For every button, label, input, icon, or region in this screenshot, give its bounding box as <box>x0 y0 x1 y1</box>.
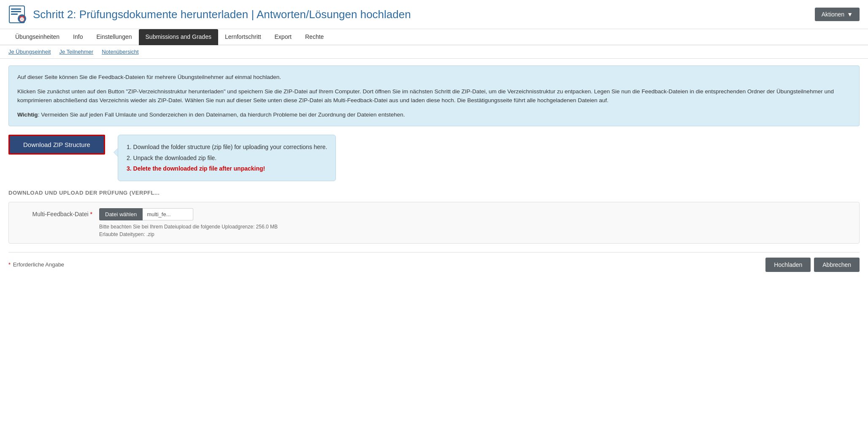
tab-einstellungen[interactable]: Einstellungen <box>89 29 138 45</box>
download-section: Download ZIP Structure 1. Download the f… <box>8 135 860 181</box>
tab-submissions[interactable]: Submissions and Grades <box>139 29 218 45</box>
tab-info[interactable]: Info <box>66 29 89 45</box>
tab-rechte[interactable]: Rechte <box>298 29 330 45</box>
info-box: Auf dieser Seite können Sie die Feedback… <box>8 65 860 126</box>
aktionen-button[interactable]: Aktionen ▼ <box>815 8 860 21</box>
required-note: * Erforderliche Angabe <box>8 261 64 268</box>
page-icon: ⏰ <box>8 5 27 24</box>
file-name-display: multi_fe... <box>143 208 193 220</box>
tab-lernfortschritt[interactable]: Lernfortschritt <box>218 29 268 45</box>
upload-hint-size: Bitte beachten Sie bei Ihrem Dateiupload… <box>99 224 853 230</box>
tab-uebungseinheiten[interactable]: Übungseinheiten <box>8 29 66 45</box>
choose-file-button[interactable]: Datei wählen <box>99 208 143 220</box>
upload-section: Multi-Feedback-Datei * Datei wählen mult… <box>8 202 860 244</box>
tooltip-item-1: 1. Download the folder structure (zip fi… <box>127 142 327 152</box>
tooltip-item-3: 3. Delete the downloaded zip file after … <box>127 163 327 174</box>
abbrechen-button[interactable]: Abbrechen <box>814 258 860 272</box>
required-star: * <box>90 211 92 217</box>
info-paragraph-3: Wichtig: Vermeiden Sie auf jeden Fall Um… <box>17 110 851 120</box>
info-paragraph-2: Klicken Sie zunächst unten auf den Butto… <box>17 87 851 105</box>
svg-rect-3 <box>11 14 18 15</box>
content-area: Download ZIP Structure 1. Download the f… <box>0 135 868 277</box>
file-upload-row: Multi-Feedback-Datei * Datei wählen mult… <box>15 208 853 220</box>
info-paragraph-1: Auf dieser Seite können Sie die Feedback… <box>17 73 851 82</box>
action-buttons: Hochladen Abbrechen <box>765 258 860 272</box>
tooltip-item-2: 2. Unpack the downloaded zip file. <box>127 153 327 163</box>
main-nav: Übungseinheiten Info Einstellungen Submi… <box>0 29 868 45</box>
upload-section-title: DOWNLOAD UND UPLOAD DER PRÜFUNG (VERPFL.… <box>8 190 860 196</box>
sub-nav: Je Übungseinheit Je Teilnehmer Notenüber… <box>0 45 868 59</box>
tooltip-bubble: 1. Download the folder structure (zip fi… <box>118 135 336 181</box>
download-zip-button[interactable]: Download ZIP Structure <box>8 135 105 155</box>
svg-rect-1 <box>11 8 21 10</box>
subnav-je-uebungseinheit[interactable]: Je Übungseinheit <box>8 49 51 55</box>
subnav-je-teilnehmer[interactable]: Je Teilnehmer <box>59 49 93 55</box>
footer-row: * Erforderliche Angabe Hochladen Abbrech… <box>8 252 860 277</box>
file-input-group: Datei wählen multi_fe... <box>99 208 193 220</box>
svg-rect-2 <box>11 11 21 12</box>
download-btn-wrapper: Download ZIP Structure <box>8 135 105 155</box>
wichtig-rest: : Vermeiden Sie auf jeden Fall Umlaute u… <box>38 111 405 118</box>
wichtig-bold: Wichtig <box>17 111 38 118</box>
upload-hint-types: Erlaubte Dateitypen: .zip <box>99 231 853 237</box>
svg-text:⏰: ⏰ <box>19 15 26 22</box>
page-header: ⏰ Schritt 2: Prüfungsdokumente herunterl… <box>0 0 868 29</box>
subnav-notenuebersicht[interactable]: Notenübersicht <box>102 49 138 55</box>
file-upload-label: Multi-Feedback-Datei * <box>15 211 99 217</box>
page-title: Schritt 2: Prüfungsdokumente herunterlad… <box>33 8 815 21</box>
tab-export[interactable]: Export <box>268 29 298 45</box>
hochladen-button[interactable]: Hochladen <box>765 258 811 272</box>
